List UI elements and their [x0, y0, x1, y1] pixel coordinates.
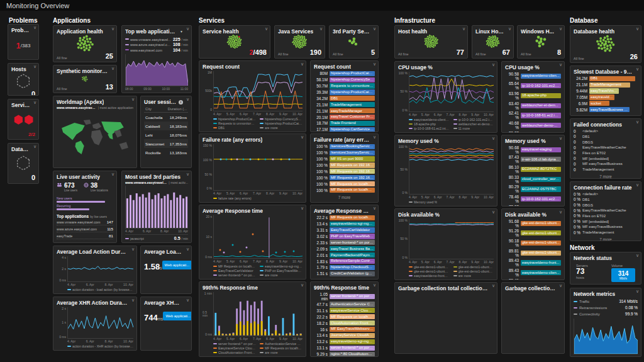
list-item[interactable]: 0 %DB1 — [574, 197, 638, 201]
list-item[interactable]: 0 %MF easyTravelBusiness — [574, 225, 638, 229]
chevron-down-icon[interactable]: ∨ — [373, 283, 376, 288]
tile-windows-hosts[interactable]: Windows H...All fine8∨ — [517, 25, 565, 59]
tile-connection-failure-rate[interactable]: Connection failure rate0 %<default>0 %DB… — [570, 181, 641, 241]
table-row[interactable]: Caldwell18,183ms — [144, 122, 188, 130]
list-item[interactable]: 80.29 %EC2AMAZ-0ST5TBC — [505, 184, 561, 193]
list-item[interactable]: 0EasyTravelWeatherCache — [574, 145, 638, 150]
tile-slowest-database[interactable]: Slowest Database - 99th...24.2MDB121.1MT… — [570, 65, 641, 116]
list-item[interactable]: 78.46 %ip-10-0-162-101.ec2.int... — [505, 195, 561, 203]
tile-average-load-action-duration-chart[interactable]: Average Load Action Duration4 s2 s0 ms4.… — [53, 246, 137, 294]
tile-most-used-3rd-parties[interactable]: Most used 3rd partieswww.vmware.easytrav… — [121, 171, 192, 243]
chevron-down-icon[interactable]: ∨ — [636, 253, 639, 258]
list-item[interactable]: 0TradeManagement — [574, 167, 638, 172]
list-item[interactable]: 24.2MDB1 — [574, 76, 638, 81]
list-item[interactable]: 21.1MTradeManagement — [314, 102, 375, 107]
tile-databases-problems[interactable]: Databa...0∨ — [8, 143, 39, 184]
list-item[interactable]: 13.4 seasytraveldemo-sgi-mgmt on ... — [314, 222, 375, 227]
chevron-down-icon[interactable]: ∨ — [33, 64, 36, 69]
tile-request-count-list[interactable]: Request count80Mhipstershop.ProductCatal… — [310, 60, 379, 132]
list-item[interactable]: 18.7MTrade Frontend — [314, 121, 375, 126]
chevron-down-icon[interactable]: ∨ — [33, 100, 36, 105]
tile-memory-used-list[interactable]: Memory used %90.68 %easytravel-staging87… — [501, 135, 565, 206]
tile-average-response-time-chart[interactable]: Average Response time20 s10 s0 ms4. Apr5… — [199, 205, 306, 280]
chevron-down-icon[interactable]: ∨ — [319, 26, 323, 31]
info-icon[interactable]: i — [179, 100, 183, 105]
list-item[interactable]: 100 %MF IIS on port 9000 — [314, 156, 375, 161]
chevron-down-icon[interactable]: ∨ — [131, 97, 135, 102]
list-item[interactable]: 86.10 %EC2AMAZ-8DT2TKC — [505, 165, 561, 174]
list-item[interactable]: 63.40 %weblauncher-et-dem... — [505, 101, 561, 110]
chevron-down-icon[interactable]: ∨ — [492, 210, 495, 215]
list-item[interactable]: 13.4 sJourneyService CloudAutom... — [314, 333, 375, 338]
chevron-down-icon[interactable]: ∨ — [636, 67, 639, 72]
list-item[interactable]: 7.05Measytraveldemo-sgi-db — [574, 94, 638, 99]
list-item[interactable]: 39.3Mhipstershop.ProductCatalogSe... — [314, 89, 375, 94]
tile-database-health[interactable]: Database healthAll fine26∨ — [570, 25, 641, 63]
list-item[interactable]: 17.1Mhipstershop.CartService (grpc... — [314, 127, 375, 132]
chevron-down-icon[interactable]: ∨ — [373, 62, 376, 67]
tile-network-status[interactable]: Network statusServers73hostsVolume314Mbi… — [570, 252, 641, 285]
list-item[interactable]: 22.2 sMF Requests on localhost:8081 — [314, 215, 375, 220]
tile-problems[interactable]: Problems1/383∨ — [8, 24, 39, 60]
chevron-down-icon[interactable]: ∨ — [186, 298, 189, 303]
chevron-down-icon[interactable]: ∨ — [186, 26, 189, 31]
list-item[interactable]: 31.1 seasytravelService CloudAuto... — [314, 308, 375, 313]
list-item[interactable]: 0 %EasyTravelWeatherCache — [574, 208, 638, 213]
list-item[interactable]: 100 %MF Requests on 192.168.83.243:75 — [314, 169, 375, 174]
list-item[interactable]: 13.2 seasytraveldemo-sgi-mgmt o... — [314, 339, 375, 344]
list-item[interactable]: 40.68 %weblauncher-demo-... — [505, 121, 561, 130]
tile-request-count-chart[interactable]: Request count1M500k04. Apr5. Apr6. Apr7.… — [199, 60, 306, 132]
top-application-row[interactable]: www.vmware.easytravel.com147 — [57, 220, 113, 225]
table-row[interactable]: Rockville13,183ms — [144, 148, 188, 157]
list-item[interactable]: 80.33 %cloud_controller_work... — [505, 175, 561, 184]
legend-row[interactable]: www.azure.easytravel.com108/ min — [125, 42, 188, 47]
list-item[interactable]: 89.43 %easytraveldemo-clien... — [505, 268, 561, 277]
tile-user-sessions-query[interactable]: User sessions qu...iCityDuration (...Coa… — [140, 96, 192, 168]
list-item[interactable]: 100 %MF Requests on 192.168.83.243:70 — [314, 175, 375, 180]
list-item[interactable]: 1.05 minserver frontend-* on port 80... — [314, 292, 375, 301]
chevron-down-icon[interactable]: ∨ — [559, 210, 562, 215]
list-item[interactable]: 89.41 %easytraveldemo-back... — [505, 278, 561, 280]
list-item[interactable]: 91.26 %gke-est-demo1-ubunt... — [505, 229, 561, 237]
list-item[interactable]: 0 %TradeManagement — [574, 230, 638, 235]
list-item[interactable]: 34.2MDB1 — [314, 96, 375, 101]
chevron-down-icon[interactable]: ∨ — [559, 136, 562, 141]
tile-host-health[interactable]: Host healthAll fine77∨ — [394, 25, 468, 59]
volume-badge[interactable]: 314Mbit/s — [611, 268, 635, 282]
list-item[interactable]: 90.58 %easytraveldemo-clien... — [505, 72, 561, 81]
list-item[interactable]: 65.64 %ip-10-0-162-101.ec2.int... — [505, 81, 561, 90]
top-application-row[interactable]: www.azure.easytravel.com115 — [57, 227, 113, 232]
list-item[interactable]: 0DB1 — [574, 134, 638, 139]
chevron-down-icon[interactable]: ∨ — [559, 62, 562, 67]
web-application-button[interactable]: Web applicati... — [163, 312, 192, 320]
list-item[interactable]: 63.96 %18-apache-php — [505, 91, 561, 100]
tile-failure-rate-list[interactable]: Failure rate (any errors)100 %/services/… — [310, 133, 379, 203]
list-item[interactable]: 3.31 sEasyTravelCartValidator — [314, 227, 375, 232]
tile-application-health[interactable]: Application healthAll fine25∨ — [53, 25, 117, 62]
list-item[interactable]: 89.81 %gke-est-demo1-ubunt... — [505, 249, 561, 257]
list-item[interactable]: 100 %MF Requests on 192.168.83.243:7... — [314, 162, 375, 167]
chevron-down-icon[interactable]: ∨ — [186, 97, 189, 102]
list-item[interactable]: 18.2 sCloudAutomation Frontend — [314, 320, 375, 325]
tile-failure-rate-chart[interactable]: Failure rate (any errors)150 %100 %50 %0… — [199, 133, 306, 203]
chevron-down-icon[interactable]: ∨ — [265, 26, 268, 31]
chevron-down-icon[interactable]: ∨ — [373, 135, 376, 140]
tile-failed-connections[interactable]: Failed connections0<default>0DB10DBGS0Ea… — [570, 118, 641, 179]
chevron-down-icon[interactable]: ∨ — [636, 289, 639, 294]
chevron-down-icon[interactable]: ∨ — [636, 120, 639, 125]
list-item[interactable]: 6.9Msocket — [574, 101, 638, 106]
tile-average-response-time-list[interactable]: Average Response time22.2 sMF Requests o… — [310, 205, 379, 280]
chevron-down-icon[interactable]: ∨ — [301, 283, 304, 288]
tile-average-load-action-value[interactable]: Average Load Ac...1.58sWeb applicati...∨ — [140, 246, 192, 294]
list-item[interactable]: 0 %<default> — [574, 192, 638, 196]
list-item[interactable]: 0 %Files on ET02 — [574, 213, 638, 218]
chevron-down-icon[interactable]: ∨ — [508, 26, 511, 31]
list-item[interactable]: 1.51 sCreditCardValidation (gotocha... — [314, 271, 375, 276]
list-item[interactable]: 0<default> — [574, 129, 638, 133]
chevron-down-icon[interactable]: ∨ — [186, 172, 189, 177]
tile-garbage-collection-chart[interactable]: Garbage collection total collection time… — [394, 282, 497, 354]
tile-disk-available-chart[interactable]: Disk available %100 %50 %0 %4. Apr5. Apr… — [394, 208, 497, 280]
list-item[interactable]: 2.33 sserver-frontend-* on port 80 (gr..… — [314, 240, 375, 245]
chevron-down-icon[interactable]: ∨ — [559, 26, 562, 31]
tile-99th-response-time-chart[interactable]: 99th% Response time1 min0.5 min0 ms4. Ap… — [199, 281, 306, 357]
